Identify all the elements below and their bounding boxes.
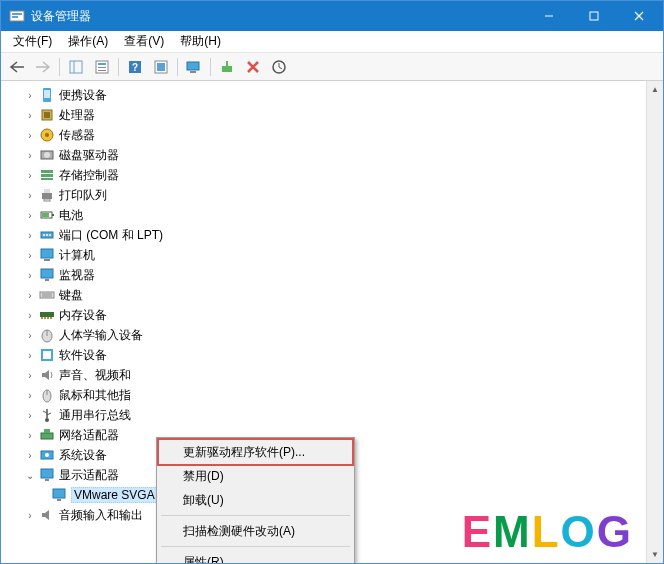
ctx-uninstall[interactable]: 卸载(U) [159, 488, 352, 512]
expand-toggle-icon[interactable]: › [23, 448, 37, 462]
tree-item[interactable]: ›人体学输入设备 [3, 325, 661, 345]
show-hide-console-tree-button[interactable] [64, 56, 88, 78]
tree-item[interactable]: ›键盘 [3, 285, 661, 305]
expand-toggle-icon[interactable]: › [23, 248, 37, 262]
tree-item-label: 处理器 [59, 107, 95, 124]
expand-toggle-icon[interactable]: › [23, 188, 37, 202]
tree-item[interactable]: ›鼠标和其他指 [3, 385, 661, 405]
expand-toggle-icon[interactable]: › [23, 208, 37, 222]
expand-toggle-icon[interactable]: › [23, 268, 37, 282]
tree-item[interactable]: ›内存设备 [3, 305, 661, 325]
ctx-scan-hardware[interactable]: 扫描检测硬件改动(A) [159, 519, 352, 543]
scan-hardware-button[interactable] [182, 56, 206, 78]
tree-item[interactable]: ›通用串行总线 [3, 405, 661, 425]
expand-toggle-icon[interactable]: › [23, 108, 37, 122]
tree-item-label: 显示适配器 [59, 467, 119, 484]
expand-toggle-icon[interactable]: › [23, 348, 37, 362]
tree-item-label: 传感器 [59, 127, 95, 144]
tree-item-label: 内存设备 [59, 307, 107, 324]
expand-toggle-icon[interactable]: › [23, 128, 37, 142]
tree-item[interactable]: ›打印队列 [3, 185, 661, 205]
monitor-icon [39, 267, 55, 283]
usb-icon [39, 407, 55, 423]
storage-icon [39, 167, 55, 183]
svg-rect-2 [12, 16, 18, 18]
tree-item[interactable]: ›传感器 [3, 125, 661, 145]
tree-item[interactable]: ›声音、视频和 [3, 365, 661, 385]
expand-toggle-icon[interactable]: › [23, 428, 37, 442]
back-button[interactable] [5, 56, 29, 78]
svg-text:?: ? [132, 62, 138, 73]
expand-toggle-icon[interactable]: › [23, 368, 37, 382]
expand-toggle-icon[interactable]: › [23, 88, 37, 102]
tree-item[interactable]: ›电池 [3, 205, 661, 225]
properties-button[interactable] [90, 56, 114, 78]
expand-toggle-icon[interactable]: › [23, 508, 37, 522]
tree-item-label: 监视器 [59, 267, 95, 284]
tree-item-label: 端口 (COM 和 LPT) [59, 227, 163, 244]
expand-toggle-icon[interactable]: › [23, 228, 37, 242]
tree-item[interactable]: ›端口 (COM 和 LPT) [3, 225, 661, 245]
menu-help[interactable]: 帮助(H) [172, 31, 229, 52]
update-driver-button[interactable] [267, 56, 291, 78]
disk-icon [39, 147, 55, 163]
minimize-button[interactable] [526, 1, 571, 31]
tree-item[interactable]: ›存储控制器 [3, 165, 661, 185]
uninstall-button[interactable] [241, 56, 265, 78]
menu-action[interactable]: 操作(A) [60, 31, 116, 52]
expand-toggle-icon[interactable]: › [23, 168, 37, 182]
menu-file[interactable]: 文件(F) [5, 31, 60, 52]
svg-rect-51 [40, 312, 54, 317]
svg-rect-32 [41, 174, 53, 177]
enable-button[interactable] [215, 56, 239, 78]
ctx-update-driver[interactable]: 更新驱动程序软件(P)... [159, 440, 352, 464]
cpu-icon [39, 107, 55, 123]
tree-item[interactable]: ›便携设备 [3, 85, 661, 105]
action-button[interactable] [149, 56, 173, 78]
tree-item[interactable]: ›软件设备 [3, 345, 661, 365]
expand-toggle-icon[interactable]: › [23, 408, 37, 422]
expand-toggle-icon[interactable]: › [23, 288, 37, 302]
svg-rect-59 [43, 351, 51, 359]
scroll-down-arrow[interactable]: ▼ [647, 546, 663, 563]
scroll-track[interactable] [647, 98, 663, 546]
tree-item[interactable]: ›磁盘驱动器 [3, 145, 661, 165]
svg-rect-24 [44, 90, 50, 98]
svg-rect-35 [44, 189, 50, 193]
audio-icon [39, 507, 55, 523]
ctx-disable[interactable]: 禁用(D) [159, 464, 352, 488]
tree-item-label: 磁盘驱动器 [59, 147, 119, 164]
tree-item[interactable]: ›监视器 [3, 265, 661, 285]
port-icon [39, 227, 55, 243]
tree-item[interactable]: ›处理器 [3, 105, 661, 125]
expand-toggle-icon[interactable]: › [23, 328, 37, 342]
display-icon [39, 467, 55, 483]
expand-toggle-icon[interactable]: › [23, 388, 37, 402]
scroll-up-arrow[interactable]: ▲ [647, 81, 663, 98]
ctx-properties[interactable]: 属性(R) [159, 550, 352, 563]
menu-bar: 文件(F) 操作(A) 查看(V) 帮助(H) [1, 31, 663, 53]
svg-rect-4 [590, 12, 598, 20]
sound-icon [39, 367, 55, 383]
software-icon [39, 347, 55, 363]
ctx-separator [161, 515, 350, 516]
maximize-button[interactable] [571, 1, 616, 31]
tree-item[interactable]: ›计算机 [3, 245, 661, 265]
svg-point-30 [44, 152, 50, 158]
hid-icon [39, 327, 55, 343]
svg-rect-52 [41, 317, 43, 319]
menu-view[interactable]: 查看(V) [116, 31, 172, 52]
svg-rect-36 [44, 199, 50, 201]
svg-rect-18 [190, 71, 196, 73]
help-button[interactable]: ? [123, 56, 147, 78]
expand-toggle-icon[interactable]: ⌄ [23, 468, 37, 482]
tree-item-label: 计算机 [59, 247, 95, 264]
app-icon [9, 8, 25, 24]
network-icon [39, 427, 55, 443]
expand-toggle-icon[interactable]: › [23, 308, 37, 322]
vertical-scrollbar[interactable]: ▲ ▼ [646, 81, 663, 563]
close-button[interactable] [616, 1, 661, 31]
keyboard-icon [39, 287, 55, 303]
forward-button[interactable] [31, 56, 55, 78]
expand-toggle-icon[interactable]: › [23, 148, 37, 162]
